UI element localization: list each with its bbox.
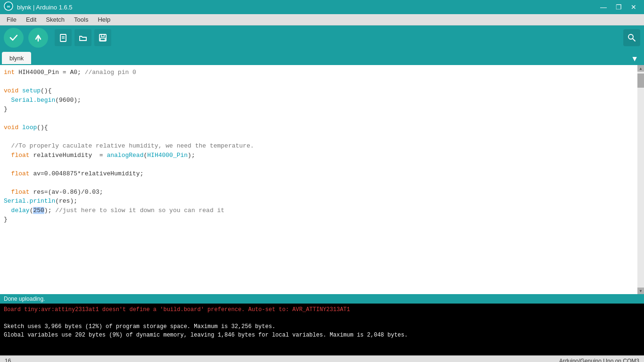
menu-bar: File Edit Sketch Tools Help (0, 14, 644, 25)
code-line-17: } (4, 215, 634, 224)
save-button[interactable] (94, 29, 111, 46)
code-line-14: float res=(av-0.86)/0.03; (4, 188, 634, 197)
code-editor: int HIH4000_Pin = A0; //analog pin 0 voi… (0, 65, 644, 294)
scroll-down-arrow[interactable]: ▼ (637, 288, 644, 294)
code-line-16: delay(250); //just here to slow it down … (4, 206, 634, 215)
toolbar-left (4, 28, 111, 48)
search-button[interactable] (623, 29, 640, 46)
open-button[interactable] (74, 29, 91, 46)
code-line-8 (4, 132, 634, 142)
console-line-3: Sketch uses 3,966 bytes (12%) of program… (4, 322, 640, 331)
vertical-scrollbar[interactable]: ▲ ▼ (637, 65, 644, 294)
verify-button[interactable] (4, 28, 24, 48)
console-header: Done uploading. (0, 294, 644, 304)
titlebar-left: ∞ blynk | Arduino 1.6.5 (4, 1, 73, 13)
new-button[interactable] (55, 29, 72, 46)
console-line-2 (4, 314, 640, 322)
console-line-4: Global variables use 202 bytes (9%) of d… (4, 331, 640, 339)
console-status-text: Done uploading. (4, 296, 45, 302)
code-line-1: int HIH4000_Pin = A0; //analog pin 0 (4, 68, 634, 77)
window-title: blynk | Arduino 1.6.5 (17, 4, 73, 11)
svg-rect-8 (100, 38, 105, 41)
svg-text:∞: ∞ (7, 4, 10, 9)
menu-sketch[interactable]: Sketch (41, 15, 69, 24)
upload-button[interactable] (28, 28, 48, 48)
tab-label: blynk (9, 55, 24, 62)
maximize-button[interactable]: ❐ (612, 2, 625, 12)
minimize-button[interactable]: — (597, 2, 610, 12)
console-output: Board tiny:avr:attiny2313at1 doesn't def… (0, 304, 644, 355)
svg-line-10 (633, 39, 635, 41)
scrollbar-track[interactable] (637, 72, 644, 288)
code-line-12: float av=0.0048875*relativeHumidity; (4, 169, 634, 179)
code-line-10: float relativeHumidity = analogRead(HIH4… (4, 151, 634, 160)
code-line-4: Serial.begin(9600); (4, 96, 634, 105)
titlebar-controls: — ❐ ✕ (597, 2, 640, 12)
tab-bar: blynk ▼ (0, 50, 644, 65)
menu-help[interactable]: Help (93, 15, 115, 24)
code-content[interactable]: int HIH4000_Pin = A0; //analog pin 0 voi… (0, 65, 637, 294)
menu-tools[interactable]: Tools (69, 15, 93, 24)
scrollbar-thumb[interactable] (637, 74, 644, 88)
code-line-2 (4, 77, 634, 87)
code-line-7: void loop(){ (4, 123, 634, 132)
console-line-1: Board tiny:avr:attiny2313at1 doesn't def… (4, 305, 640, 314)
code-line-5: } (4, 105, 634, 114)
board-info: Arduino/Genuino Uno on COM3 (559, 358, 639, 362)
menu-edit[interactable]: Edit (21, 15, 41, 24)
tab-dropdown-button[interactable]: ▼ (627, 54, 642, 64)
title-bar: ∞ blynk | Arduino 1.6.5 — ❐ ✕ (0, 0, 644, 14)
close-button[interactable]: ✕ (627, 2, 640, 12)
menu-file[interactable]: File (2, 15, 21, 24)
code-line-9: //To properly caculate relative humidity… (4, 141, 634, 151)
toolbar (0, 25, 644, 50)
code-line-11 (4, 160, 634, 169)
code-line-6 (4, 114, 634, 123)
code-line-13 (4, 178, 634, 188)
status-bar: 16 Arduino/Genuino Uno on COM3 (0, 355, 644, 362)
app-logo-icon: ∞ (4, 1, 13, 13)
code-line-15: Serial.println(res); (4, 197, 634, 206)
code-line-3: void setup(){ (4, 86, 634, 96)
scroll-up-arrow[interactable]: ▲ (637, 65, 644, 72)
svg-rect-7 (101, 34, 104, 37)
line-number: 16 (5, 358, 11, 362)
tab-blynk[interactable]: blynk (2, 52, 31, 64)
